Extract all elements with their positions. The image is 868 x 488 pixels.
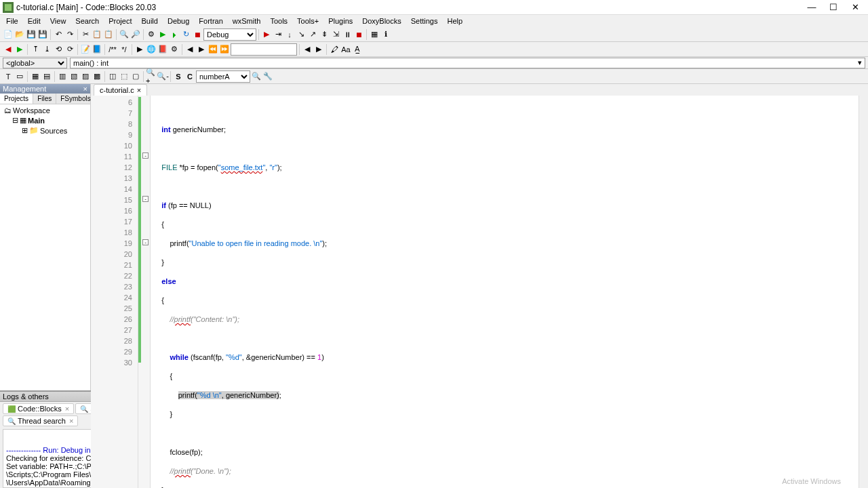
log-tab-codeblocks[interactable]: 🟩Code::Blocks× bbox=[3, 403, 74, 414]
menu-help[interactable]: Help bbox=[442, 16, 467, 26]
tab-fsymbols[interactable]: FSymbols bbox=[56, 94, 95, 104]
menu-project[interactable]: Project bbox=[104, 16, 136, 26]
menu-doxyblocks[interactable]: DoxyBlocks bbox=[357, 16, 406, 26]
run-doxy-icon[interactable]: ▶ bbox=[134, 44, 145, 55]
file-tab-active[interactable]: c-tutorial.c× bbox=[94, 84, 147, 96]
comment1-icon[interactable]: /** bbox=[107, 44, 118, 55]
step-into-icon[interactable]: ↘ bbox=[296, 29, 307, 40]
info-icon[interactable]: ℹ bbox=[380, 29, 391, 40]
zoom-in-icon[interactable]: 🔍+ bbox=[146, 71, 157, 82]
stop-debug-icon[interactable]: ⏹ bbox=[353, 29, 364, 40]
run-icon[interactable]: ▶ bbox=[157, 29, 168, 40]
copy-icon[interactable]: 📋 bbox=[92, 29, 102, 40]
save-icon[interactable]: 💾 bbox=[26, 29, 37, 40]
regex-s-icon[interactable]: S bbox=[173, 71, 184, 82]
sel9-icon[interactable]: ▢ bbox=[130, 71, 141, 82]
fold-icon[interactable]: - bbox=[142, 239, 149, 245]
run-to-cursor-icon[interactable]: ⇥ bbox=[273, 29, 283, 40]
hl-fwd-icon[interactable]: ▶ bbox=[313, 44, 324, 55]
code-editor[interactable]: 6789101112131415161718192021222324252627… bbox=[91, 96, 868, 488]
nav-last-icon[interactable]: ⏪ bbox=[208, 44, 218, 55]
abort-icon[interactable]: ⏹ bbox=[192, 29, 203, 40]
doxy2-icon[interactable]: 📘 bbox=[92, 44, 102, 55]
close-button[interactable]: ✕ bbox=[845, 1, 865, 14]
log-tab-thread[interactable]: 🔍Thread search× bbox=[3, 415, 78, 426]
build-run-icon[interactable]: ⏵ bbox=[169, 29, 180, 40]
redo-icon[interactable]: ↷ bbox=[64, 29, 75, 40]
paste-icon[interactable]: 📋 bbox=[103, 29, 114, 40]
jump3-icon[interactable]: ⟲ bbox=[53, 44, 64, 55]
debug-run-icon[interactable]: ▶ bbox=[261, 29, 272, 40]
code-area[interactable]: int genericNumber; FILE *fp = fopen("som… bbox=[151, 96, 868, 488]
debug-windows-icon[interactable]: ▦ bbox=[369, 29, 380, 40]
maximize-button[interactable]: ☐ bbox=[823, 1, 844, 14]
menu-plugins[interactable]: Plugins bbox=[323, 16, 357, 26]
scope-select[interactable]: <global> bbox=[3, 58, 67, 68]
vertical-scrollbar[interactable] bbox=[859, 96, 868, 488]
management-close-icon[interactable]: × bbox=[83, 85, 87, 93]
sel2-icon[interactable]: ▤ bbox=[41, 71, 52, 82]
nav-next-icon[interactable]: ⏩ bbox=[219, 44, 230, 55]
bookmark-fwd-icon[interactable]: ▶ bbox=[14, 44, 25, 55]
menu-build[interactable]: Build bbox=[136, 16, 162, 26]
nav-back-icon[interactable]: ◀ bbox=[184, 44, 195, 55]
sel8-icon[interactable]: ⬚ bbox=[119, 71, 130, 82]
fold-icon[interactable]: - bbox=[142, 152, 149, 159]
comment2-icon[interactable]: */ bbox=[119, 44, 130, 55]
sel4-icon[interactable]: ▧ bbox=[68, 71, 79, 82]
open-file-icon[interactable]: 📂 bbox=[14, 29, 25, 40]
undo-icon[interactable]: ↶ bbox=[53, 29, 64, 40]
jump1-icon[interactable]: ⤒ bbox=[30, 44, 41, 55]
tree-sources[interactable]: ⊞📁Sources bbox=[1, 125, 89, 136]
menu-debug[interactable]: Debug bbox=[163, 16, 194, 26]
sel3-icon[interactable]: ▥ bbox=[57, 71, 68, 82]
symbol-opt-icon[interactable]: 🔧 bbox=[262, 71, 273, 82]
jump4-icon[interactable]: ⟳ bbox=[64, 44, 75, 55]
menu-tools[interactable]: Tools bbox=[265, 16, 292, 26]
tree-workspace[interactable]: 🗂Workspace bbox=[1, 106, 89, 115]
break-icon[interactable]: ⏸ bbox=[342, 29, 353, 40]
cut-icon[interactable]: ✂ bbox=[80, 29, 91, 40]
step-instr-icon[interactable]: ⇲ bbox=[330, 29, 341, 40]
sel1-icon[interactable]: ▦ bbox=[30, 71, 41, 82]
next-line-icon[interactable]: ↓ bbox=[284, 29, 295, 40]
menu-settings[interactable]: Settings bbox=[406, 16, 443, 26]
tab-files[interactable]: Files bbox=[33, 94, 56, 104]
hl3-icon[interactable]: A̲ bbox=[352, 44, 363, 55]
menu-view[interactable]: View bbox=[45, 16, 71, 26]
tab-close-icon[interactable]: × bbox=[137, 86, 141, 94]
zoom-out-icon[interactable]: 🔍- bbox=[157, 71, 168, 82]
hl2-icon[interactable]: Aa bbox=[340, 44, 351, 55]
fold-icon[interactable]: - bbox=[142, 196, 149, 202]
doxy-html-icon[interactable]: 🌐 bbox=[146, 44, 157, 55]
menu-wxsmith[interactable]: wxSmith bbox=[228, 16, 266, 26]
find-icon[interactable]: 🔍 bbox=[119, 29, 130, 40]
menu-edit[interactable]: Edit bbox=[23, 16, 45, 26]
menu-toolsplus[interactable]: Tools+ bbox=[292, 16, 323, 26]
hl1-icon[interactable]: 🖍 bbox=[329, 44, 340, 55]
sel6-icon[interactable]: ▩ bbox=[92, 71, 102, 82]
symbol-select[interactable]: numberA bbox=[196, 70, 250, 83]
nav-fwd-icon[interactable]: ▶ bbox=[196, 44, 207, 55]
doxy-chm-icon[interactable]: 📕 bbox=[157, 44, 168, 55]
sel5-icon[interactable]: ▨ bbox=[80, 71, 91, 82]
build-target-select[interactable]: Debug bbox=[203, 28, 256, 41]
tree-project[interactable]: ⊟▦Main bbox=[1, 115, 89, 125]
rebuild-icon[interactable]: ↻ bbox=[180, 29, 191, 40]
doxy1-icon[interactable]: 📝 bbox=[80, 44, 91, 55]
symbol-go-icon[interactable]: 🔍 bbox=[251, 71, 262, 82]
hl-back-icon[interactable]: ◀ bbox=[302, 44, 313, 55]
next-instr-icon[interactable]: ⇟ bbox=[319, 29, 330, 40]
incremental-search-input[interactable] bbox=[231, 43, 297, 56]
sel7-icon[interactable]: ◫ bbox=[107, 71, 118, 82]
function-select[interactable]: main() : int▾ bbox=[70, 58, 865, 68]
text-icon[interactable]: T bbox=[3, 71, 14, 82]
replace-icon[interactable]: 🔎 bbox=[130, 29, 141, 40]
toggle1-icon[interactable]: ▭ bbox=[14, 71, 25, 82]
jump2-icon[interactable]: ⤓ bbox=[41, 44, 52, 55]
doxy-settings-icon[interactable]: ⚙ bbox=[169, 44, 180, 55]
new-file-icon[interactable]: 📄 bbox=[3, 29, 14, 40]
step-out-icon[interactable]: ↗ bbox=[307, 29, 318, 40]
tab-projects[interactable]: Projects bbox=[0, 94, 33, 104]
save-all-icon[interactable]: 💾 bbox=[37, 29, 48, 40]
